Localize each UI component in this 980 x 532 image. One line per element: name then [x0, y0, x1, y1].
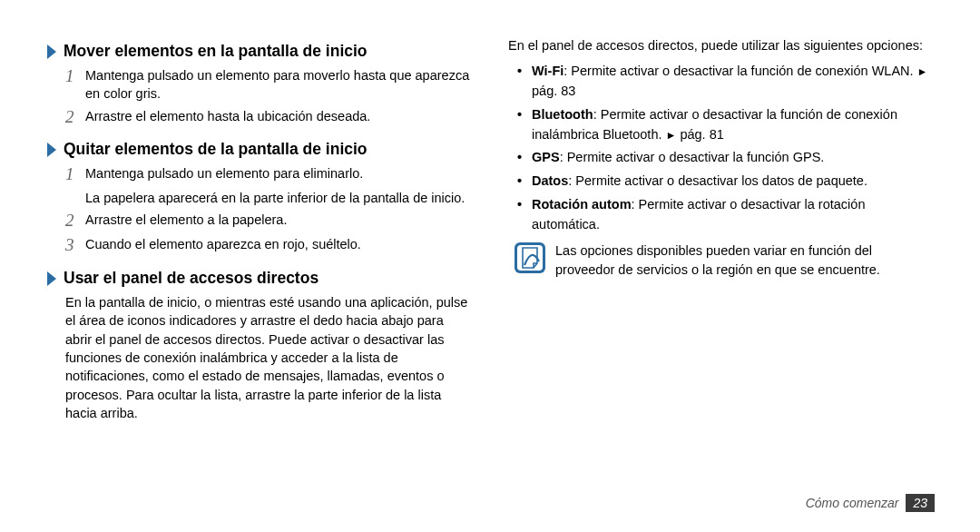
bullet-bold: GPS — [532, 150, 560, 164]
bullet-text: GPS: Permite activar o desactivar la fun… — [532, 148, 935, 168]
numbered-step: 2 Arrastre el elemento a la papelera. — [65, 211, 472, 232]
numbered-step: 1 Mantenga pulsado un elemento para elim… — [65, 164, 472, 185]
footer-page-number: 23 — [906, 494, 935, 512]
bullet-text: Bluetooth: Permite activar o desactivar … — [532, 105, 935, 145]
page-columns: Mover elementos en la pantalla de inicio… — [45, 36, 935, 426]
svg-marker-0 — [47, 44, 56, 59]
list-item: • Datos: Permite activar o desactivar lo… — [517, 172, 935, 192]
chevron-right-icon — [45, 44, 58, 60]
step-number: 2 — [65, 211, 85, 232]
bullet-bold: Bluetooth — [532, 107, 593, 122]
svg-marker-2 — [47, 271, 56, 286]
bullet-list: • Wi-Fi: Permite activar o desactivar la… — [517, 62, 935, 234]
right-column: En el panel de accesos directos, puede u… — [508, 36, 935, 426]
step-text: Mantenga pulsado un elemento para moverl… — [85, 66, 472, 103]
svg-rect-4 — [517, 245, 543, 271]
heading-text: Usar el panel de accesos directos — [64, 269, 318, 288]
chevron-right-icon — [45, 271, 58, 287]
bullet-dot: • — [517, 195, 532, 215]
bullet-rest: : Permite activar o desactivar la funció… — [564, 64, 916, 78]
bullet-bold: Datos — [532, 173, 568, 188]
section-heading-move: Mover elementos en la pantalla de inicio — [45, 42, 472, 61]
step-subtext: La papelera aparecerá en la parte inferi… — [85, 189, 472, 207]
page-footer: Cómo comenzar 23 — [806, 494, 935, 512]
list-item: • GPS: Permite activar o desactivar la f… — [517, 148, 935, 168]
step-number: 1 — [65, 164, 85, 185]
step-number: 2 — [65, 107, 85, 128]
bullet-dot: • — [517, 148, 532, 168]
list-item: • Rotación autom: Permite activar o desa… — [517, 195, 935, 235]
intro-text: En el panel de accesos directos, puede u… — [508, 36, 935, 54]
list-item: • Wi-Fi: Permite activar o desactivar la… — [517, 62, 935, 102]
section-heading-panel: Usar el panel de accesos directos — [45, 269, 472, 288]
bullet-page: pág. 81 — [676, 127, 723, 142]
bullet-text: Datos: Permite activar o desactivar los … — [532, 172, 935, 192]
bullet-dot: • — [517, 62, 532, 82]
bullet-page: pág. 83 — [532, 84, 575, 98]
play-arrow-icon: ► — [917, 65, 928, 78]
list-item: • Bluetooth: Permite activar o desactiva… — [517, 105, 935, 145]
numbered-step: 1 Mantenga pulsado un elemento para move… — [65, 66, 472, 103]
step-text: Cuando el elemento aparezca en rojo, sué… — [85, 235, 472, 253]
step-text: Arrastre el elemento a la papelera. — [85, 211, 472, 229]
bullet-text: Wi-Fi: Permite activar o desactivar la f… — [532, 62, 935, 102]
bullet-text: Rotación autom: Permite activar o desact… — [532, 195, 935, 235]
note-icon — [514, 241, 546, 274]
numbered-step: 2 Arrastre el elemento hasta la ubicació… — [65, 107, 472, 128]
bullet-rest: : Permite activar o desactivar la funció… — [560, 150, 825, 164]
bullet-dot: • — [517, 105, 532, 125]
step-number: 3 — [65, 235, 85, 256]
footer-section-label: Cómo comenzar — [806, 496, 899, 510]
section-heading-remove: Quitar elementos de la pantalla de inici… — [45, 140, 472, 159]
heading-text: Quitar elementos de la pantalla de inici… — [64, 140, 368, 159]
bullet-bold: Wi-Fi — [532, 64, 564, 78]
svg-marker-1 — [47, 143, 56, 157]
bullet-bold: Rotación autom — [532, 197, 632, 212]
step-text: Arrastre el elemento hasta la ubicación … — [85, 107, 472, 125]
bullet-rest: : Permite activar o desactivar los datos… — [568, 173, 867, 188]
bullet-dot: • — [517, 172, 532, 192]
left-column: Mover elementos en la pantalla de inicio… — [45, 36, 472, 426]
step-text: Mantenga pulsado un elemento para elimin… — [85, 164, 472, 182]
chevron-right-icon — [45, 142, 58, 158]
numbered-step: 3 Cuando el elemento aparezca en rojo, s… — [65, 235, 472, 256]
step-number: 1 — [65, 66, 85, 87]
note-text: Las opciones disponibles pueden variar e… — [555, 241, 935, 279]
play-arrow-icon: ► — [666, 129, 677, 142]
section-paragraph: En la pantalla de inicio, o mientras est… — [65, 293, 472, 422]
note-box: Las opciones disponibles pueden variar e… — [514, 241, 935, 279]
heading-text: Mover elementos en la pantalla de inicio — [64, 42, 368, 61]
